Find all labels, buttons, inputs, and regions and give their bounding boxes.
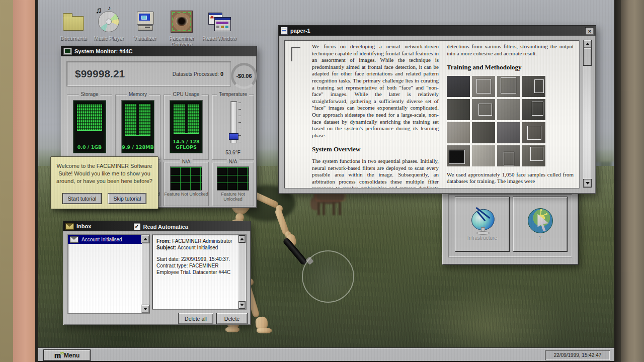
tutorial-message: Welcome to the FACEMINER Software Suite!…	[56, 162, 153, 185]
mail-list-scrollbar[interactable]	[142, 235, 149, 313]
gauge-label: Memory	[127, 92, 149, 97]
menu-button[interactable]: m95 Menu	[43, 349, 91, 361]
read-automatically-checkbox[interactable]: ✓	[133, 223, 141, 230]
locked-label: N/A	[227, 159, 239, 164]
cpu-lcd: 14.5 / 128 GFLOPS	[170, 100, 203, 153]
infrastructure-panel-window: Infrastructure ?	[442, 186, 579, 265]
envelope-icon	[65, 223, 74, 230]
gauge-value: 14.5 / 128	[170, 139, 202, 144]
start-tutorial-button[interactable]: Start tutorial	[62, 193, 102, 204]
storage-lcd: 0.0 / 1GB	[73, 100, 106, 153]
detection-box	[476, 79, 491, 94]
face-grid-cell	[447, 122, 470, 143]
delete-button[interactable]: Delete	[216, 313, 248, 324]
paper-heading-system-overview: System Overview	[312, 146, 439, 153]
face-grid-cell	[472, 76, 495, 97]
detection-box	[534, 79, 544, 93]
inbox-titlebar[interactable]: Inbox ✓ Read Automatica	[63, 221, 251, 231]
detection-box	[504, 152, 514, 165]
system-monitor-titlebar[interactable]: System Monitor: #44C	[61, 46, 257, 56]
face-grid-cell	[447, 76, 470, 97]
read-automatically-control[interactable]: ✓ Read Automatica	[133, 223, 188, 230]
detection-box	[449, 150, 465, 164]
document-icon	[281, 27, 288, 35]
desktop-icon-faceminer-software[interactable]: Faceminer Software	[164, 10, 199, 47]
close-button[interactable]: ×	[585, 27, 594, 35]
datasets-label: Datasets Processed:	[173, 71, 219, 77]
desktop-icon-music-player[interactable]: ♫♪ Music Player	[91, 10, 126, 41]
folder-icon	[63, 16, 84, 31]
temperature-gauge: Temperature 53.6°F	[212, 95, 254, 160]
balance-delta-ring: -$0.06	[231, 63, 257, 89]
tutorial-tooltip: Welcome to the FACEMINER Software Suite!…	[50, 156, 158, 209]
memory-gauge: Memory 9.9 / 128MB	[115, 95, 160, 160]
paper-titlebar[interactable]: paper-1 ×	[279, 26, 596, 36]
desktop-icon-documents[interactable]: Documents	[56, 10, 91, 41]
storage-gauge: Storage 0.0 / 1GB	[67, 95, 112, 160]
detection-box	[501, 77, 516, 94]
temperature-slider-handle[interactable]	[229, 133, 238, 140]
paper-paragraph: detections from various filters, streaml…	[447, 43, 574, 57]
desktop-icon-reset-window[interactable]: ✷ Reset Window	[202, 10, 237, 41]
face-grid-cell	[497, 76, 520, 97]
temperature-value: 53.6°F	[212, 150, 254, 155]
scrollbar-thumb[interactable]	[583, 48, 592, 66]
scroll-up-button[interactable]	[583, 40, 592, 48]
help-globe-button[interactable]: ?	[513, 197, 568, 252]
bezel-right-edge	[614, 0, 621, 362]
scroll-up-button[interactable]	[141, 235, 149, 243]
paper-scrollbar[interactable]	[583, 40, 591, 188]
os-logo-icon: m95	[54, 352, 61, 359]
subject-value: Account Initialised	[178, 245, 218, 250]
balance-panel: $99998.21 Datasets Processed: 0	[66, 61, 231, 86]
gauge-value: 0.0 / 1GB	[73, 144, 106, 150]
paper-paragraph: The system functions in two sequential p…	[312, 158, 439, 189]
scroll-down-button[interactable]	[583, 179, 592, 188]
gauge-value: 9.9 / 128MB	[122, 144, 154, 150]
message-scrollbar[interactable]	[238, 235, 246, 309]
inbox-mail-list[interactable]: Account Initialised	[67, 234, 150, 314]
scroll-up-button[interactable]	[238, 235, 246, 243]
face-grid-cell	[447, 99, 470, 120]
cd-music-icon: ♫♪	[98, 11, 119, 32]
paper-caption: We used approximately 1,050 face samples…	[447, 171, 574, 185]
detection-box	[530, 147, 543, 161]
inbox-title: Inbox	[76, 223, 91, 229]
infrastructure-button[interactable]: Infrastructure	[455, 197, 510, 252]
taskbar-clock: 22/09/1999, 15:42:47	[545, 350, 610, 360]
icon-label: Reset Window	[202, 35, 237, 41]
detection-box	[527, 126, 541, 140]
icon-label: Documents	[56, 35, 91, 41]
delete-all-button[interactable]: Delete all	[178, 313, 213, 324]
gauge-label: Storage	[78, 92, 100, 97]
mannequin-foot	[257, 328, 272, 333]
gauge-unit: GFLOPS	[170, 144, 202, 150]
computer-icon	[136, 12, 154, 32]
face-grid	[447, 76, 574, 166]
face-grid-cell	[472, 145, 495, 166]
gauge-label: CPU Usage	[171, 92, 202, 97]
face-grid-cell	[522, 99, 545, 120]
envelope-icon	[70, 236, 78, 243]
balance-value: $99998.21	[75, 68, 125, 80]
locked-label: N/A	[180, 159, 193, 164]
datasets-value: 0	[220, 71, 223, 77]
monitor-icon	[63, 48, 72, 55]
inbox-message-pane: From: FACEMINER Administrator Subject: A…	[152, 234, 247, 310]
paper-page: We focus on developing a neural network-…	[284, 40, 580, 189]
locked-panel-4: N/A Feature Not Unlocked	[212, 162, 254, 206]
detection-box	[532, 102, 543, 116]
mannequin-foot	[225, 327, 239, 332]
face-grid-cell	[447, 145, 470, 166]
skip-tutorial-button[interactable]: Skip tutorial	[108, 193, 146, 204]
magnifier-lens	[302, 250, 354, 303]
bezel-left-outer	[0, 0, 13, 362]
message-line: Contract type: FACEMINER	[156, 262, 237, 269]
desktop-icon-visualizer[interactable]: Visualizer	[127, 10, 163, 41]
locked-grid-display	[217, 166, 249, 191]
scroll-down-button[interactable]	[238, 301, 246, 309]
scroll-down-button[interactable]	[141, 305, 149, 313]
face-grid-cell	[497, 145, 520, 166]
cascading-windows-icon: ✷	[208, 13, 230, 31]
mail-list-item-selected[interactable]: Account Initialised	[68, 235, 142, 244]
